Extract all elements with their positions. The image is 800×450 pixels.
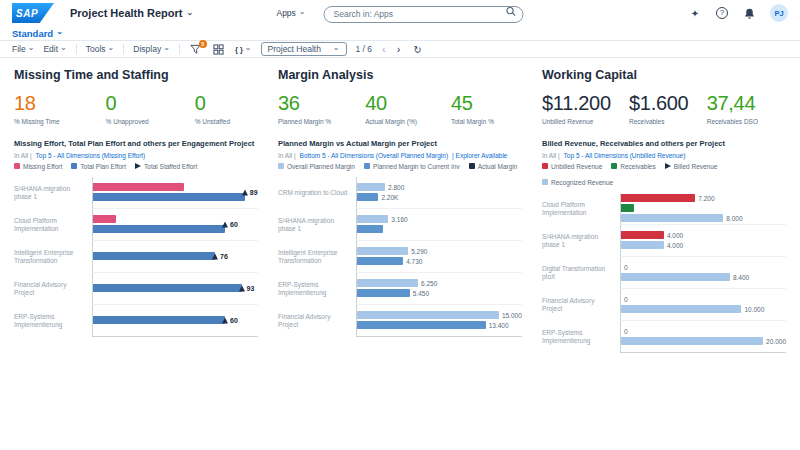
app-title-menu[interactable]: Project Health Report <box>70 7 193 19</box>
menu-tools[interactable]: Tools <box>86 44 115 54</box>
legend-item-actual-margin[interactable]: Actual Margin <box>469 163 518 170</box>
legend-item-billed-revenue[interactable]: Billed Revenue <box>665 163 718 170</box>
menu-file[interactable]: File <box>12 44 34 54</box>
legend-item-total-staffed-effort[interactable]: Total Staffed Effort <box>135 163 197 170</box>
bar[interactable] <box>357 289 410 297</box>
plot-area: 3.160 <box>356 209 522 241</box>
code-icon <box>235 44 243 54</box>
menu-display[interactable]: Display <box>133 44 170 54</box>
kpi-tile-receivables[interactable]: $1.600Receivables <box>629 92 688 125</box>
plot-area: 89 <box>92 177 258 209</box>
kpi-value: 0 <box>106 92 149 115</box>
kpi-tile-receivables-dso[interactable]: 37,44Receivables DSO <box>707 92 758 125</box>
filter-link[interactable]: Bottom 5 - All Dimensions (Overall Plann… <box>300 152 448 159</box>
next-page-button[interactable] <box>396 44 402 55</box>
plot-area: 15.00013.400 <box>356 305 522 337</box>
previous-page-button[interactable] <box>381 44 387 55</box>
bar-line: 10.000 <box>621 305 786 313</box>
bar[interactable] <box>621 241 664 249</box>
legend-item-receivables[interactable]: Receivables <box>611 163 655 170</box>
bar[interactable] <box>357 193 378 201</box>
bar[interactable] <box>621 194 695 202</box>
category-label: Financial Advisory Project <box>278 305 356 337</box>
bar[interactable] <box>93 225 225 233</box>
menu-edit[interactable]: Edit <box>43 44 66 54</box>
category-label: S/4HANA migration phase 1 <box>278 209 356 241</box>
view-mode-selector[interactable]: Standard <box>12 28 53 39</box>
kpi-tile-unstaffed[interactable]: 0% Unstaffed <box>195 92 230 125</box>
panel-working-capital: Working Capital$11.200Unbilled Revenue$1… <box>542 66 786 353</box>
bar[interactable] <box>93 193 245 201</box>
category-label: Financial Advisory Project <box>542 289 620 321</box>
kpi-value: 36 <box>278 92 331 115</box>
chart-title: Missing Effort, Total Plan Effort and ot… <box>14 139 258 149</box>
notifications-icon[interactable] <box>742 6 756 20</box>
sap-logo[interactable]: SAP <box>12 3 54 23</box>
bar[interactable] <box>93 316 225 324</box>
category-label: S/4HANA migration phase 1 <box>14 177 92 209</box>
kpi-tile-planned-margin[interactable]: 36Planned Margin % <box>278 92 331 125</box>
bar[interactable] <box>357 257 403 265</box>
bar[interactable] <box>357 183 385 191</box>
bar[interactable] <box>621 273 730 281</box>
bar[interactable] <box>357 279 418 287</box>
menu-display-label: Display <box>133 44 161 54</box>
legend-item-planned-margin-to-current-inv[interactable]: Planned Margin to Current Inv <box>364 163 460 170</box>
filter-link[interactable]: Top 5 - All Dimensions (Unbilled Revenue… <box>564 152 686 159</box>
bar[interactable] <box>621 231 664 239</box>
avatar[interactable]: PJ <box>770 4 788 22</box>
story-toolbar: File Edit Tools Display 5 Project Health <box>0 41 800 58</box>
bar[interactable] <box>93 183 184 191</box>
expressions-menu[interactable] <box>235 44 252 54</box>
refresh-icon[interactable] <box>410 43 424 56</box>
chevron-down-icon <box>333 45 340 54</box>
bar[interactable] <box>357 225 383 233</box>
bar[interactable] <box>93 284 242 292</box>
legend-item-overall-planned-margin[interactable]: Overall Planned Margin <box>278 163 355 170</box>
bar[interactable] <box>93 252 215 260</box>
filter-link[interactable]: Top 5 - All Dimensions (Missing Effort) <box>36 152 146 159</box>
chevron-down-icon <box>163 45 170 54</box>
bar-line: 0 <box>621 263 786 271</box>
search-input[interactable] <box>324 6 524 23</box>
bar[interactable] <box>621 204 634 212</box>
legend-label: Actual Margin <box>478 163 518 170</box>
help-icon[interactable] <box>716 7 728 19</box>
bar[interactable] <box>357 311 499 319</box>
kpi-label: Planned Margin % <box>278 118 331 125</box>
kpi-tile-total-margin[interactable]: 45Total Margin % <box>451 92 494 125</box>
legend-item-total-plan-effort[interactable]: Total Plan Effort <box>71 163 126 170</box>
legend-label: Unbilled Revenue <box>551 163 602 170</box>
bar[interactable] <box>93 215 116 223</box>
plot-area: 76 <box>92 241 258 273</box>
bar[interactable] <box>621 214 723 222</box>
plot-area: 6.2505.450 <box>356 273 522 305</box>
square-swatch <box>611 163 617 169</box>
legend-item-missing-effort[interactable]: Missing Effort <box>14 163 62 170</box>
filter-extra-link[interactable]: | Explorer Available <box>452 152 507 159</box>
bar-line: 20.000 <box>621 337 786 345</box>
bar[interactable] <box>621 305 741 313</box>
kpi-tile-actual-margin[interactable]: 40Actual Margin (%) <box>365 92 417 125</box>
bar[interactable] <box>357 321 486 329</box>
legend-item-unbilled-revenue[interactable]: Unbilled Revenue <box>542 163 602 170</box>
kpi-tile-unbilled-revenue[interactable]: $11.200Unbilled Revenue <box>542 92 611 125</box>
plot-area: 2.8002.20K <box>356 177 522 209</box>
bar[interactable] <box>357 247 408 255</box>
assistant-icon[interactable] <box>688 6 702 20</box>
legend-item-recognized-revenue[interactable]: Recognized Revenue <box>542 179 613 186</box>
bar[interactable] <box>621 337 763 345</box>
filter-prefix: In All | <box>14 152 32 159</box>
kpi-tile-unapproved[interactable]: 0% Unapproved <box>106 92 149 125</box>
legend-label: Receivables <box>620 163 655 170</box>
kpi-row: 36Planned Margin %40Actual Margin (%)45T… <box>278 92 522 125</box>
kpi-tile-missing-time[interactable]: 18% Missing Time <box>14 92 60 125</box>
page-select[interactable]: Project Health <box>261 42 347 56</box>
bar[interactable] <box>357 215 388 223</box>
category-label: CRM migration to Cloud <box>278 177 356 209</box>
search-icon[interactable] <box>506 6 517 17</box>
grid-icon[interactable] <box>212 43 226 56</box>
apps-menu[interactable]: Apps <box>276 8 305 18</box>
square-swatch <box>14 163 20 169</box>
filter-icon[interactable]: 5 <box>189 43 203 56</box>
